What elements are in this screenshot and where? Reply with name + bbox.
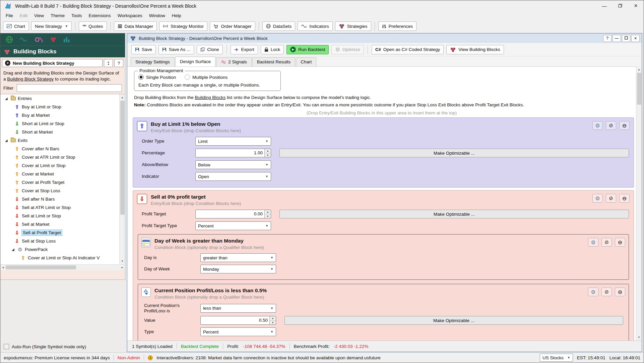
tab-backtest-results[interactable]: Backtest Results bbox=[252, 57, 296, 66]
block-remove-button[interactable]: ⊖ bbox=[619, 194, 630, 203]
block-settings-button[interactable]: ⚙ bbox=[588, 238, 598, 247]
profit-target-type-select[interactable]: Percent▼ bbox=[195, 221, 271, 230]
new-strategy-button[interactable]: New Strategy ▼ bbox=[31, 21, 72, 31]
block-disable-button[interactable]: ⊘ bbox=[606, 194, 616, 203]
window-help-button[interactable]: ? bbox=[603, 35, 611, 42]
tree-item[interactable]: ⇩Sell at Market bbox=[0, 220, 125, 228]
entry-block-buy[interactable]: ⇧ Buy at Limit 1% below Open Entry/Exit … bbox=[133, 117, 634, 188]
window-close-button[interactable]: × bbox=[631, 35, 640, 42]
globe-green-icon[interactable] bbox=[6, 36, 13, 43]
multiple-positions-radio[interactable]: Multiple Positions bbox=[185, 74, 228, 80]
tree-item[interactable]: ⇧Cover at ATR Limit or Stop bbox=[0, 153, 125, 161]
block-disable-button[interactable]: ⊘ bbox=[606, 121, 616, 130]
tab-chart[interactable]: Chart bbox=[296, 57, 316, 66]
order-manager-button[interactable]: Order Manager bbox=[210, 21, 255, 31]
scrollbar-thumb[interactable] bbox=[637, 73, 641, 105]
restore-button[interactable] bbox=[612, 0, 628, 11]
tree-horizontal-scrollbar[interactable]: ◄ ► bbox=[0, 264, 125, 270]
tree-item[interactable]: ⇩Short at Limit or Stop bbox=[0, 119, 125, 128]
spin-down-icon[interactable]: ▼ bbox=[265, 214, 271, 218]
block-settings-button[interactable]: ⚙ bbox=[592, 121, 603, 130]
block-disable-button[interactable]: ⊘ bbox=[601, 288, 612, 296]
value-input[interactable]: 0.50▲▼ bbox=[200, 316, 276, 325]
lock-button[interactable]: Lock bbox=[261, 45, 284, 54]
clone-button[interactable]: Clone bbox=[197, 45, 222, 54]
block-remove-button[interactable]: ⊖ bbox=[615, 288, 625, 296]
tree-item[interactable]: ⇧Cover at Profit Target bbox=[0, 178, 125, 187]
indicators-button[interactable]: Indicators bbox=[298, 21, 333, 31]
tree-item[interactable]: ⇧Cover at Limit or Stop bbox=[0, 161, 125, 170]
pink-indicator-icon[interactable] bbox=[35, 37, 43, 43]
condition-block-position-profit[interactable]: Current Position Profit/Loss is less tha… bbox=[138, 284, 629, 341]
open-as-code-button[interactable]: C# Open as C# Coded Strategy bbox=[372, 45, 444, 54]
make-optimizable-button[interactable]: Make Optimizable ... bbox=[279, 210, 629, 218]
tree-item[interactable]: ⇧Cover at Stop Loss bbox=[0, 187, 125, 195]
auto-run-checkbox[interactable] bbox=[4, 344, 9, 349]
view-building-blocks-button[interactable]: View Building Blocks bbox=[446, 45, 504, 54]
tree-item[interactable]: ⇧Cover at Market bbox=[0, 170, 125, 178]
tree-vertical-scrollbar[interactable]: ▲ ▼ bbox=[119, 94, 125, 264]
menu-window[interactable]: Window bbox=[146, 12, 169, 19]
single-position-radio[interactable]: Single Position bbox=[138, 74, 176, 80]
menu-file[interactable]: File bbox=[2, 12, 16, 19]
menu-theme[interactable]: Theme bbox=[47, 12, 68, 19]
design-surface-scrollbar[interactable]: ▲ ▼ bbox=[636, 66, 642, 341]
preferences-button[interactable]: Preferences bbox=[378, 21, 417, 31]
spin-up-icon[interactable]: ▲ bbox=[270, 316, 276, 321]
profit-target-input[interactable]: 0.00▲▼ bbox=[195, 210, 271, 218]
tree-item-selected[interactable]: ⇩Sell at Profit Target bbox=[0, 228, 125, 237]
make-optimizable-button[interactable]: Make Optimizable ... bbox=[279, 149, 629, 157]
block-settings-button[interactable]: ⚙ bbox=[592, 194, 603, 203]
exit-block-sell[interactable]: ⇩ Sell at 0% profit target Entry/Exit Bl… bbox=[133, 190, 634, 341]
tree-item[interactable]: ⇩Sell at ATR Limit or Stop bbox=[0, 203, 125, 212]
collapse-all-button[interactable]: ▲▲ bbox=[104, 59, 113, 67]
tree-group-powerpack[interactable]: ◢ ⚙ PowerPack bbox=[0, 245, 125, 254]
tree-item[interactable]: ⇧Buy at Limit or Stop bbox=[0, 103, 125, 111]
building-blocks-icon[interactable] bbox=[50, 37, 57, 42]
expand-triangle-icon[interactable]: ◢ bbox=[5, 139, 9, 142]
tree-item[interactable]: ⇩Short at Market bbox=[0, 128, 125, 136]
condition-block-day-of-week[interactable]: Day of Week is greater than Monday Condi… bbox=[138, 234, 629, 280]
order-type-select[interactable]: Limit▼ bbox=[195, 137, 271, 146]
block-settings-button[interactable]: ⚙ bbox=[588, 288, 598, 296]
spin-down-icon[interactable]: ▼ bbox=[270, 321, 276, 325]
scroll-right-icon[interactable]: ► bbox=[121, 264, 124, 271]
block-disable-button[interactable]: ⊘ bbox=[601, 238, 612, 247]
scroll-left-icon[interactable]: ◄ bbox=[2, 264, 4, 271]
help-button[interactable]: ? bbox=[114, 59, 123, 67]
indicator-select[interactable]: Open▼ bbox=[195, 172, 271, 181]
strategy-window-header[interactable]: Building Block Strategy - Desarrollos\On… bbox=[127, 34, 642, 43]
new-building-block-strategy-button[interactable]: + New Building Block Strategy bbox=[2, 59, 103, 67]
block-remove-button[interactable]: ⊖ bbox=[619, 121, 630, 130]
menu-extensions[interactable]: Extensions bbox=[85, 12, 114, 19]
make-optimizable-button[interactable]: Make Optimizable ... bbox=[284, 316, 623, 325]
expand-triangle-icon[interactable]: ◢ bbox=[5, 97, 9, 100]
tree-item[interactable]: ⇩Sell after N Bars bbox=[0, 195, 125, 203]
scrollbar-thumb[interactable] bbox=[120, 101, 125, 215]
scroll-down-icon[interactable]: ▼ bbox=[121, 258, 124, 264]
window-minimize-button[interactable]: — bbox=[613, 35, 621, 42]
spin-down-icon[interactable]: ▼ bbox=[265, 153, 271, 157]
market-select[interactable]: US Stocks ▼ bbox=[540, 354, 573, 362]
scroll-up-icon[interactable]: ▲ bbox=[638, 66, 640, 73]
block-remove-button[interactable]: ⊖ bbox=[615, 238, 625, 247]
close-button[interactable]: × bbox=[628, 0, 644, 11]
tree-item[interactable]: ⇩Sell at Limit or Stop bbox=[0, 212, 125, 220]
minimize-button[interactable]: — bbox=[596, 0, 612, 11]
profit-loss-comparison-select[interactable]: less than▼ bbox=[200, 304, 276, 313]
data-manager-button[interactable]: Data Manager bbox=[114, 21, 157, 31]
tree-item[interactable]: ⇧Cover at Limit or Stop At Indicator V bbox=[0, 254, 125, 262]
percentage-input[interactable]: 1.00▲▼ bbox=[195, 149, 271, 157]
tab-design-surface[interactable]: Design Surface bbox=[175, 57, 215, 66]
save-button[interactable]: Save bbox=[131, 45, 156, 54]
window-maximize-button[interactable] bbox=[622, 35, 630, 42]
menu-workspaces[interactable]: Workspaces bbox=[114, 12, 146, 19]
menu-help[interactable]: Help bbox=[169, 12, 185, 19]
building-blocks-link[interactable]: Building Blocks bbox=[195, 95, 226, 100]
chart-button[interactable]: Chart bbox=[3, 21, 29, 31]
export-button[interactable]: Export bbox=[231, 45, 258, 54]
columns-chart-icon[interactable] bbox=[63, 37, 71, 42]
building-block-strategy-link[interactable]: Building Block Strategy bbox=[7, 76, 54, 82]
menu-view[interactable]: View bbox=[31, 12, 47, 19]
filter-input[interactable] bbox=[17, 84, 122, 92]
